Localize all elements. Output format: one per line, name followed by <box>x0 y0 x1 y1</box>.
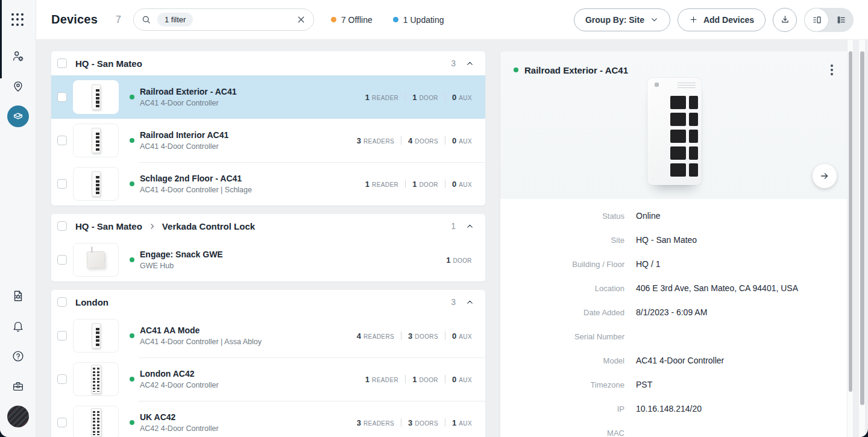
sidebar-item-help[interactable] <box>7 345 29 367</box>
chevron-down-icon <box>650 15 659 24</box>
group-count: 1 <box>451 221 456 231</box>
collapse-chevron-icon[interactable] <box>465 59 474 68</box>
group-checkbox[interactable] <box>57 221 67 231</box>
online-dot-icon <box>130 257 134 262</box>
device-thumbnail <box>73 80 119 114</box>
next-image-button[interactable] <box>813 164 837 188</box>
chevron-right-icon <box>148 222 156 230</box>
device-row[interactable]: AC41 AA Mode AC41 4-Door Controller | As… <box>51 314 485 357</box>
group-count: 3 <box>451 58 456 68</box>
field-label: Building / Floor <box>500 260 624 269</box>
field-value: HQ / 1 <box>636 259 660 269</box>
device-stat: 4DOORS <box>408 135 438 146</box>
collapse-chevron-icon[interactable] <box>465 222 474 231</box>
detail-field-row: Location406 E 3rd Ave, San Mateo, CA 944… <box>500 276 849 300</box>
bug-report-icon <box>11 289 25 303</box>
device-checkbox[interactable] <box>57 179 67 189</box>
sidebar-item-bug-report[interactable] <box>7 285 29 307</box>
export-download-button[interactable] <box>773 8 797 32</box>
device-box-icon <box>11 110 25 123</box>
device-group-list: HQ - San Mateo 3 Railroad Exterior - AC4… <box>51 51 485 437</box>
device-thumbnail <box>73 243 119 277</box>
page-scrollbar-thumb[interactable] <box>860 51 864 405</box>
device-stats: 1DOOR <box>446 254 472 265</box>
split-view-toggle[interactable] <box>804 8 829 32</box>
device-thumbnail <box>73 124 119 157</box>
toolbox-icon <box>11 380 25 393</box>
offline-dot-icon <box>331 17 336 22</box>
device-model: AC42 4-Door Controller <box>140 381 219 389</box>
kebab-menu-icon[interactable] <box>827 61 837 79</box>
device-stat: 0AUX <box>452 135 472 146</box>
device-stat: 4READERS <box>357 330 394 341</box>
field-value: PST <box>636 380 652 389</box>
sidebar-item-admin[interactable] <box>7 45 29 67</box>
clear-search-button[interactable] <box>296 14 306 25</box>
device-row[interactable]: Railroad Interior AC41 AC41 4-Door Contr… <box>51 119 485 162</box>
user-gear-icon <box>11 49 25 63</box>
device-name: Railroad Exterior - AC41 <box>140 87 237 96</box>
app-grid-icon[interactable] <box>7 9 29 31</box>
device-checkbox[interactable] <box>57 255 67 265</box>
device-stat: 0AUX <box>452 374 472 385</box>
device-row[interactable]: London AC42 AC42 4-Door Controller 1READ… <box>51 357 485 401</box>
group-checkbox[interactable] <box>57 297 67 307</box>
plus-icon <box>689 15 698 24</box>
device-stats: 3READERS3DOORS1AUX <box>357 417 472 428</box>
device-row[interactable]: UK AC42 AC42 4-Door Controller 3READERS3… <box>51 401 485 437</box>
device-product-image <box>647 78 702 185</box>
panel-scrollbar-thumb[interactable] <box>849 51 852 392</box>
top-header: Devices 7 1 filter 7 Offline 1 Updating … <box>36 0 868 40</box>
device-checkbox[interactable] <box>57 418 67 427</box>
online-dot-icon <box>130 138 134 143</box>
device-stat: 1READER <box>365 178 398 189</box>
group-count: 3 <box>451 297 456 307</box>
device-stat: 0AUX <box>452 178 472 189</box>
device-checkbox[interactable] <box>57 136 67 145</box>
list-view-toggle[interactable] <box>829 8 854 32</box>
group-header: London 3 <box>51 290 485 314</box>
device-name: Schlage 2nd Floor - AC41 <box>140 174 252 183</box>
group-by-dropdown[interactable]: Group By: Site <box>574 8 670 31</box>
device-row[interactable]: Schlage 2nd Floor - AC41 AC41 4-Door Con… <box>51 162 485 206</box>
field-label: Timezone <box>500 380 624 389</box>
filter-chip[interactable]: 1 filter <box>157 13 193 27</box>
field-value: 8/1/2023 - 6:09 AM <box>636 307 707 317</box>
device-checkbox[interactable] <box>57 92 67 102</box>
updating-status: 1 Updating <box>393 15 444 25</box>
device-checkbox[interactable] <box>57 331 67 341</box>
detail-field-row: Building / FloorHQ / 1 <box>500 252 849 276</box>
collapse-chevron-icon[interactable] <box>465 298 474 307</box>
group-header: HQ - San Mateo 3 <box>51 51 485 75</box>
add-devices-button[interactable]: Add Devices <box>678 8 766 31</box>
device-name: UK AC42 <box>140 412 219 422</box>
device-thumbnail <box>73 406 119 437</box>
device-row[interactable]: Engage: Snack GWE GWE Hub 1DOOR <box>51 238 485 281</box>
search-input[interactable]: 1 filter <box>133 8 314 31</box>
page-title: Devices <box>51 13 98 27</box>
online-dot-icon <box>130 377 134 382</box>
search-icon <box>141 14 151 25</box>
updating-dot-icon <box>393 17 398 22</box>
field-value: AC41 4-Door Controller <box>636 356 724 365</box>
sidebar-item-devices[interactable] <box>7 105 29 127</box>
offline-status: 7 Offline <box>331 15 373 25</box>
sidebar-item-notifications[interactable] <box>7 315 29 337</box>
detail-field-row: Serial Number <box>500 324 849 348</box>
user-avatar[interactable] <box>7 406 29 427</box>
sidebar-item-toolbox[interactable] <box>7 376 29 397</box>
field-label: Serial Number <box>500 332 624 341</box>
field-label: Location <box>500 284 624 293</box>
field-label: Date Added <box>500 308 624 317</box>
device-group-card: London 3 AC41 AA Mode AC41 4-Door Contro… <box>51 290 485 437</box>
sidebar-item-sites[interactable] <box>7 75 29 97</box>
device-checkbox[interactable] <box>57 374 67 384</box>
group-title: HQ - San Mateo <box>75 58 142 69</box>
device-model: AC41 4-Door Controller | Schlage <box>140 186 252 194</box>
device-stat: 1DOOR <box>412 374 438 385</box>
list-view-icon <box>836 14 847 25</box>
group-checkbox[interactable] <box>57 58 67 68</box>
detail-device-title: Railroad Exterior - AC41 <box>524 65 628 75</box>
device-row[interactable]: Railroad Exterior - AC41 AC41 4-Door Con… <box>51 75 485 119</box>
field-label: Site <box>500 236 624 245</box>
